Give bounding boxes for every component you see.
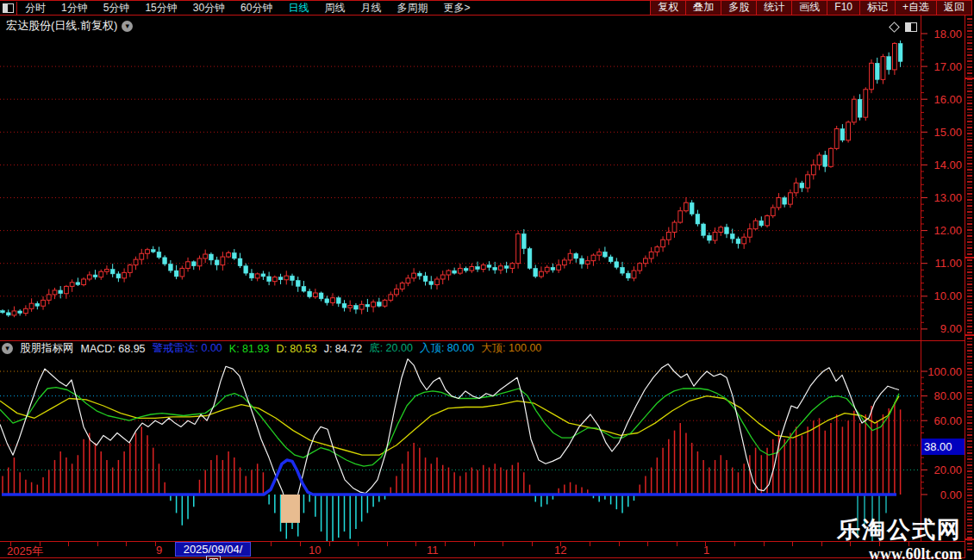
kdj-lines: [0, 359, 899, 513]
date-tick: [590, 542, 590, 546]
month-label-11: 11: [427, 544, 439, 557]
right-sidebar-strip[interactable]: [965, 15, 974, 558]
date-tick: [503, 542, 503, 546]
svg-text:17.00: 17.00: [933, 60, 962, 73]
period-tab-日线[interactable]: 日线: [280, 2, 316, 15]
toolbar-button-+自选[interactable]: +自选: [896, 1, 937, 15]
indicator-axis: 0.0020.0060.0080.00100.00: [921, 365, 962, 501]
watermark-url: www.60lt.com: [837, 545, 962, 560]
svg-text:12.00: 12.00: [933, 224, 962, 237]
date-tick: [68, 542, 69, 546]
period-tab-月线[interactable]: 月线: [353, 2, 389, 15]
svg-text:100.00: 100.00: [927, 365, 962, 378]
candlestick-layer: [1, 40, 902, 317]
strip-divider: [965, 78, 974, 79]
indicator-source: 股朋指标网: [20, 341, 74, 356]
price-axis: 9.0010.0011.0012.0013.0014.0015.0016.001…: [921, 28, 962, 336]
date-axis[interactable]: 2025年 2025/09/04/四 91011121: [0, 541, 965, 558]
watermark: 乐淘公式网 www.60lt.com: [837, 514, 962, 560]
vertical-text-strip: [967, 18, 972, 552]
svg-text:11.00: 11.00: [934, 257, 962, 270]
chevron-down-icon[interactable]: ▾: [122, 21, 133, 32]
period-tab-分时[interactable]: 分时: [17, 2, 53, 15]
legend-item-D: D: 80.53: [276, 343, 316, 355]
month-label-10: 10: [309, 544, 321, 557]
toolbar-button-F10[interactable]: F10: [827, 1, 860, 15]
svg-text:13.00: 13.00: [933, 191, 962, 204]
stock-app-window: { "toolbar": { "tabs": ["分时","1分钟","5分钟"…: [0, 0, 974, 560]
top-toolbar: 分时1分钟5分钟15分钟30分钟60分钟日线周线月线多周期更多> 复权叠加多股统…: [0, 0, 972, 16]
svg-text:18.00: 18.00: [933, 28, 962, 40]
half-filled-square-icon: [3, 3, 14, 13]
date-tick: [271, 542, 272, 546]
date-tick: [445, 542, 446, 546]
toolbar-button-统计[interactable]: 统计: [757, 1, 792, 15]
date-tick: [619, 542, 620, 546]
date-tick: [821, 542, 822, 546]
legend-item-警戒雷达: 警戒雷达: 0.00: [153, 341, 222, 356]
chart-title-row[interactable]: 宏达股份(日线.前复权) ▾: [6, 18, 133, 34]
period-tab-1分钟[interactable]: 1分钟: [53, 2, 96, 15]
date-tick: [97, 542, 98, 546]
period-tabs: 分时1分钟5分钟15分钟30分钟60分钟日线周线月线多周期更多>: [17, 1, 478, 15]
date-tick: [329, 542, 330, 546]
period-tab-多周期[interactable]: 多周期: [389, 2, 435, 15]
date-tick: [415, 542, 416, 546]
toolbar-button-叠加[interactable]: 叠加: [686, 1, 721, 15]
svg-text:15.00: 15.00: [933, 126, 962, 139]
toolbar-button-复权[interactable]: 复权: [651, 1, 686, 15]
date-tick: [474, 542, 475, 546]
toolbar-button-画线[interactable]: 画线: [792, 1, 827, 15]
date-tick: [792, 542, 793, 546]
svg-text:10.00: 10.00: [933, 289, 962, 302]
legend-item-入顶: 入顶: 80.00: [420, 341, 474, 356]
strip-divider: [965, 538, 974, 540]
legend-item-大顶: 大顶: 100.00: [481, 341, 541, 356]
period-tab-30分钟[interactable]: 30分钟: [185, 2, 233, 15]
indicator-gridlines: [0, 371, 921, 470]
date-tick: [126, 542, 127, 546]
month-label-12: 12: [554, 544, 566, 557]
diamond-icon[interactable]: [889, 22, 900, 33]
month-label-9: 9: [156, 544, 162, 557]
legend-item-K: K: 81.93: [229, 343, 270, 355]
strip-divider: [965, 257, 974, 258]
toolbar-button-多股[interactable]: 多股: [721, 1, 757, 15]
year-label: 2025年: [7, 544, 43, 559]
period-tab-60分钟[interactable]: 60分钟: [233, 2, 280, 15]
highlight-signal-box: [281, 495, 300, 523]
chevron-down-icon[interactable]: ▾: [2, 343, 13, 354]
period-tab-周线[interactable]: 周线: [316, 2, 353, 15]
svg-text:16.00: 16.00: [933, 93, 962, 106]
month-label-1: 1: [703, 544, 709, 557]
svg-text:14.00: 14.00: [933, 159, 962, 171]
svg-text:80.00: 80.00: [933, 389, 962, 402]
period-tab-15分钟[interactable]: 15分钟: [137, 2, 184, 15]
split-view-icon[interactable]: [905, 22, 917, 32]
legend-item-底: 底: 20.00: [369, 341, 413, 356]
period-tab-更多>[interactable]: 更多>: [435, 2, 478, 15]
strip-divider: [965, 334, 974, 336]
chart-corner-icons: [890, 22, 917, 32]
indicator-legend: ▾ 股朋指标网 MACD: 68.95警戒雷达: 0.00K: 81.93D: …: [2, 342, 541, 355]
cursor-date-box: 2025/09/04/四: [175, 542, 251, 557]
window-split-icon[interactable]: [0, 2, 17, 15]
axis-vertical-line: [921, 15, 921, 541]
date-tick: [40, 542, 41, 546]
toolbar-button-标记[interactable]: 标记: [860, 1, 896, 15]
period-tab-5分钟[interactable]: 5分钟: [96, 2, 138, 15]
date-tick: [532, 542, 533, 546]
axis-cursor-value: 38.00: [921, 439, 970, 455]
date-tick: [10, 542, 11, 546]
weekday-box: 四: [206, 556, 221, 560]
toolbar-button-返回[interactable]: 返回: [937, 1, 972, 15]
legend-item-J: J: 84.72: [324, 343, 362, 355]
toolbar-buttons: 复权叠加多股统计画线F10标记+自选返回: [650, 1, 972, 15]
svg-text:20.00: 20.00: [933, 464, 962, 476]
kdj-macd-indicator-chart[interactable]: 0.0020.0060.0080.00100.00: [0, 357, 974, 541]
date-tick: [677, 542, 677, 546]
svg-text:0.00: 0.00: [940, 488, 962, 501]
date-tick: [300, 542, 301, 546]
d-line: [0, 396, 899, 456]
candlestick-chart[interactable]: 9.0010.0011.0012.0013.0014.0015.0016.001…: [0, 15, 974, 340]
